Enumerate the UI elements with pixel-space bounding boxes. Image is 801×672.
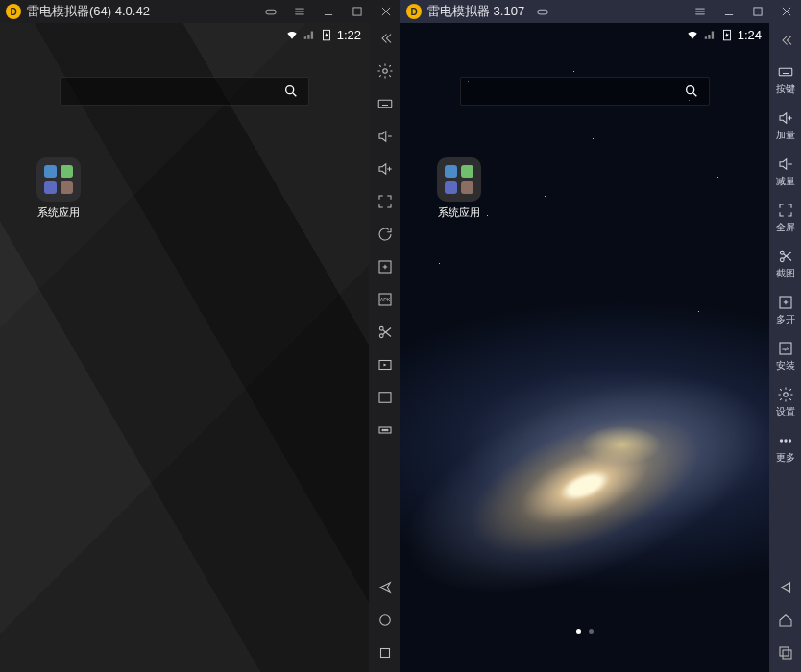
scissors-icon[interactable] bbox=[376, 323, 395, 342]
close-button[interactable] bbox=[772, 0, 801, 23]
rotate-icon[interactable] bbox=[376, 225, 395, 244]
menu-icon[interactable] bbox=[686, 0, 715, 23]
apk-icon[interactable]: APK bbox=[376, 290, 395, 309]
keyboard-icon[interactable] bbox=[376, 94, 395, 113]
volume-down-icon[interactable] bbox=[376, 127, 395, 146]
clock: 1:22 bbox=[337, 28, 361, 42]
page-indicator bbox=[576, 629, 594, 634]
minimize-button[interactable] bbox=[715, 0, 743, 23]
settings-icon[interactable] bbox=[376, 61, 395, 81]
keymap-button[interactable]: 按键 bbox=[776, 63, 795, 96]
nav-home[interactable] bbox=[776, 611, 795, 630]
svg-marker-19 bbox=[379, 132, 386, 142]
app-folder-system[interactable]: 系统应用 bbox=[437, 157, 481, 220]
maximize-button[interactable] bbox=[343, 0, 372, 23]
svg-rect-49 bbox=[754, 8, 762, 15]
right-toolbar-left: APK bbox=[369, 23, 400, 672]
nav-back[interactable] bbox=[776, 578, 795, 597]
svg-rect-14 bbox=[378, 100, 392, 108]
volume-up-button[interactable]: 加量 bbox=[776, 109, 795, 142]
svg-text:APK: APK bbox=[379, 297, 390, 302]
svg-point-74 bbox=[789, 440, 790, 442]
more-button[interactable]: 更多 bbox=[776, 432, 795, 465]
battery-icon bbox=[720, 28, 734, 41]
svg-point-73 bbox=[784, 440, 786, 442]
svg-point-53 bbox=[687, 86, 694, 94]
nav-recent[interactable] bbox=[776, 643, 795, 662]
nav-back[interactable] bbox=[376, 578, 395, 597]
collapse-icon[interactable] bbox=[376, 29, 395, 48]
svg-text:apk: apk bbox=[782, 347, 789, 351]
svg-marker-60 bbox=[780, 159, 787, 170]
svg-point-13 bbox=[382, 69, 387, 74]
android-screen-right[interactable]: 1:24 系统应用 bbox=[400, 23, 769, 672]
svg-point-72 bbox=[780, 440, 782, 442]
app-label: 系统应用 bbox=[438, 205, 480, 220]
nav-home[interactable] bbox=[376, 611, 395, 630]
right-toolbar-right: 按键 加量 减量 全屏 截图 多开 apk bbox=[769, 23, 801, 672]
gamepad-icon[interactable] bbox=[256, 0, 285, 23]
svg-point-38 bbox=[382, 429, 384, 431]
play-frame-icon[interactable] bbox=[376, 355, 395, 374]
screenshot-button[interactable]: 截图 bbox=[776, 248, 795, 280]
clock: 1:24 bbox=[738, 28, 762, 42]
minimize-button[interactable] bbox=[314, 0, 343, 23]
signal-icon bbox=[303, 28, 316, 41]
nav-recent[interactable] bbox=[376, 643, 395, 662]
btn-label: 更多 bbox=[776, 451, 795, 465]
volume-down-button[interactable]: 减量 bbox=[776, 156, 795, 188]
svg-point-29 bbox=[379, 326, 383, 330]
svg-point-30 bbox=[379, 334, 383, 338]
install-apk-button[interactable]: apk 安装 bbox=[776, 340, 795, 372]
signal-icon bbox=[703, 28, 716, 41]
svg-point-11 bbox=[286, 86, 294, 94]
btn-label: 安装 bbox=[776, 359, 795, 372]
layout-icon[interactable] bbox=[376, 388, 395, 407]
status-bar: 1:24 bbox=[400, 23, 769, 46]
status-bar: 1:22 bbox=[0, 23, 369, 46]
svg-line-54 bbox=[693, 93, 696, 96]
titlebar-left: D 雷电模拟器(64) 4.0.42 bbox=[0, 0, 400, 23]
search-input[interactable] bbox=[471, 84, 684, 99]
more-icon[interactable] bbox=[376, 420, 395, 440]
svg-rect-77 bbox=[783, 650, 791, 659]
btn-label: 全屏 bbox=[776, 221, 795, 234]
fullscreen-button[interactable]: 全屏 bbox=[776, 202, 795, 234]
emulator-left: D 雷电模拟器(64) 4.0.42 1:22 bbox=[0, 0, 400, 672]
android-screen-left[interactable]: 1:22 系统应用 bbox=[0, 23, 369, 672]
gamepad-icon[interactable] bbox=[528, 0, 557, 23]
search-box[interactable] bbox=[460, 77, 710, 106]
collapse-icon[interactable] bbox=[776, 31, 795, 50]
svg-rect-35 bbox=[379, 393, 391, 403]
btn-label: 设置 bbox=[776, 405, 795, 419]
multi-button[interactable]: 多开 bbox=[776, 294, 795, 326]
window-title: 雷电模拟器(64) 4.0.42 bbox=[27, 3, 150, 20]
page-dot-active bbox=[576, 629, 581, 634]
folder-icon bbox=[437, 157, 481, 202]
battery-icon bbox=[320, 28, 333, 41]
volume-up-icon[interactable] bbox=[376, 159, 395, 179]
app-logo: D bbox=[406, 4, 422, 19]
wifi-icon bbox=[285, 28, 299, 41]
menu-icon[interactable] bbox=[285, 0, 314, 23]
btn-label: 加量 bbox=[776, 129, 795, 142]
search-box[interactable] bbox=[60, 77, 309, 106]
app-logo: D bbox=[6, 4, 21, 19]
close-button[interactable] bbox=[372, 0, 400, 23]
add-screen-icon[interactable] bbox=[376, 257, 395, 276]
svg-marker-57 bbox=[780, 113, 787, 124]
fullscreen-icon[interactable] bbox=[376, 192, 395, 211]
wifi-icon bbox=[686, 28, 699, 41]
maximize-button[interactable] bbox=[743, 0, 772, 23]
app-folder-system[interactable]: 系统应用 bbox=[36, 157, 81, 220]
search-icon bbox=[684, 84, 699, 99]
page-dot bbox=[589, 629, 594, 634]
settings-button[interactable]: 设置 bbox=[776, 386, 795, 419]
svg-point-39 bbox=[384, 429, 386, 431]
svg-marker-21 bbox=[379, 164, 386, 175]
svg-marker-41 bbox=[379, 583, 390, 593]
search-icon bbox=[283, 84, 299, 99]
svg-rect-43 bbox=[380, 649, 389, 658]
titlebar-right: D 雷电模拟器 3.107 bbox=[400, 0, 801, 23]
search-input[interactable] bbox=[70, 84, 283, 99]
